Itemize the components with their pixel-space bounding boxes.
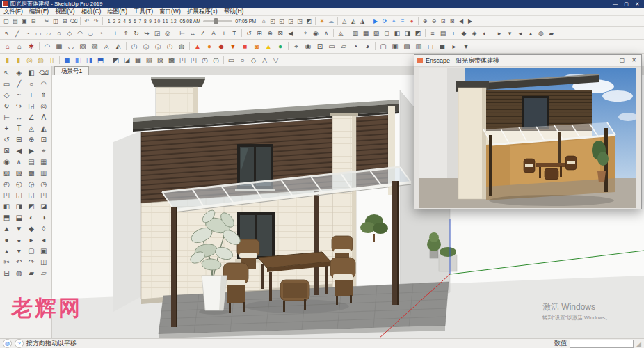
enscape-start-icon[interactable]: ▶ <box>371 17 380 26</box>
tool-icon[interactable]: ◪ <box>38 201 49 212</box>
tool-icon[interactable]: ◂ <box>38 235 49 245</box>
text-tool-icon[interactable]: A <box>209 29 218 38</box>
line-tool-icon[interactable]: ╱ <box>13 29 22 38</box>
fog-toggle-icon[interactable]: ☁ <box>327 17 335 26</box>
tool-icon[interactable]: ◰ <box>177 55 188 65</box>
menu-help[interactable]: 帮助(H) <box>224 8 244 16</box>
circle-tool-icon[interactable]: ○ <box>26 79 37 89</box>
menu-tools[interactable]: 工具(T) <box>134 8 153 16</box>
left-view-icon[interactable]: ◩ <box>305 17 313 26</box>
maximize-button[interactable]: ▢ <box>622 0 631 8</box>
tool-icon[interactable]: ▱ <box>38 268 49 278</box>
outliner-icon[interactable]: ▤ <box>438 29 448 38</box>
solid-subtract-icon[interactable]: ◵ <box>140 41 152 52</box>
tape-measure-tool-icon[interactable]: ⊢ <box>1 112 12 122</box>
tool-icon[interactable]: ◩ <box>26 201 37 212</box>
tool-icon[interactable]: ▢ <box>378 41 389 52</box>
tool-icon[interactable]: ◙ <box>251 41 262 52</box>
rotate-tool-icon[interactable]: ↻ <box>131 29 141 38</box>
tool-icon[interactable]: ◪ <box>122 55 132 65</box>
pie-tool-icon[interactable]: ◔ <box>96 29 106 38</box>
tool-icon[interactable]: ◻ <box>425 41 436 52</box>
polygon-tool-icon[interactable]: ◇ <box>65 29 74 38</box>
tool-icon[interactable]: ◇ <box>248 55 259 65</box>
tool-icon[interactable]: ✂ <box>1 257 12 267</box>
erase-icon[interactable]: ⌫ <box>70 17 78 26</box>
circle-tool-icon[interactable]: ○ <box>54 29 64 38</box>
tool-icon[interactable]: ◳ <box>38 190 49 200</box>
front-view-icon[interactable]: ◱ <box>277 17 286 26</box>
time-slider[interactable] <box>203 20 232 22</box>
scene-tab[interactable]: 场景号1 <box>54 66 89 75</box>
tool-icon[interactable]: ◰ <box>1 190 12 200</box>
enscape-minimize-button[interactable]: — <box>606 56 615 65</box>
enscape-close-button[interactable]: ✕ <box>629 56 638 65</box>
resize-grip[interactable]: ◢ <box>636 340 641 347</box>
zoom-out-icon[interactable]: ⊖ <box>430 17 438 26</box>
tool-icon[interactable]: ▧ <box>144 55 154 65</box>
material-jar-icon[interactable]: ◍ <box>35 55 46 65</box>
print-icon[interactable]: ⊟ <box>29 17 38 26</box>
shadows-toggle-icon[interactable]: ☀ <box>318 17 326 26</box>
tool-icon[interactable]: ▰ <box>26 268 37 278</box>
time-slider-handle[interactable] <box>214 18 218 24</box>
tool-icon[interactable]: ▸ <box>494 29 504 38</box>
zoom-tool-icon[interactable]: ⊕ <box>26 134 37 145</box>
rotated-rectangle-tool-icon[interactable]: ▱ <box>44 29 54 38</box>
redo-icon[interactable]: ↷ <box>92 17 100 26</box>
two-point-arc-tool-icon[interactable]: ◡ <box>86 29 95 38</box>
protractor-tool-icon[interactable]: ∠ <box>198 29 208 38</box>
tool-icon[interactable]: ▢ <box>26 246 37 256</box>
tool-icon[interactable]: ▤ <box>26 157 37 167</box>
tool-icon[interactable]: ▲ <box>1 223 12 234</box>
text-tool-icon[interactable]: A <box>38 112 49 122</box>
tool-icon[interactable]: ▦ <box>133 55 143 65</box>
tool-icon[interactable]: ▸ <box>449 41 460 52</box>
tool-icon[interactable]: ◨ <box>14 201 24 212</box>
x-ray-style-icon[interactable]: ▥ <box>351 29 360 38</box>
tool-icon[interactable]: ◂ <box>515 29 525 38</box>
back-edges-style-icon[interactable]: ▦ <box>361 29 371 38</box>
scale-tool-icon[interactable]: ◲ <box>152 29 162 38</box>
outer-shell-icon[interactable]: ◍ <box>176 41 187 52</box>
tool-icon[interactable]: ▼ <box>14 223 24 234</box>
tool-icon[interactable]: ▣ <box>38 246 49 256</box>
3d-warehouse-icon[interactable]: ⌂ <box>2 41 13 52</box>
protractor-tool-icon[interactable]: ∠ <box>26 112 37 122</box>
tool-icon[interactable]: ▴ <box>1 246 12 256</box>
axes-tool-icon[interactable]: + <box>1 123 12 134</box>
eraser-tool-icon[interactable]: ⌫ <box>38 68 49 78</box>
tool-icon[interactable]: ◼ <box>437 41 448 52</box>
solid-intersect-icon[interactable]: ◷ <box>164 41 175 52</box>
tool-icon[interactable]: ◫ <box>38 257 49 267</box>
material-jar-icon[interactable]: ▯ <box>47 55 57 65</box>
tool-icon[interactable]: ◲ <box>26 190 37 200</box>
tool-icon[interactable]: ▲ <box>263 41 274 52</box>
look-around-tool-icon[interactable]: ◉ <box>311 29 321 38</box>
minimize-button[interactable]: — <box>611 0 620 8</box>
tool-icon[interactable]: ◴ <box>1 179 12 189</box>
freehand-tool-icon[interactable]: ~ <box>14 90 24 100</box>
tool-icon[interactable]: ▾ <box>460 41 472 52</box>
tape-measure-tool-icon[interactable]: ⊢ <box>177 29 187 38</box>
open-file-icon[interactable]: ▤ <box>11 17 19 26</box>
component-box-icon[interactable]: ◼ <box>62 55 72 65</box>
zoom-extents-icon[interactable]: ⊠ <box>448 17 456 26</box>
menu-camera[interactable]: 相机(C) <box>81 8 102 16</box>
add-detail-icon[interactable]: ◬ <box>101 41 112 52</box>
pan-tool-icon[interactable]: ⊞ <box>255 29 264 38</box>
zoom-extents-tool-icon[interactable]: ⊠ <box>275 29 285 38</box>
enscape-sync-icon[interactable]: ⟳ <box>380 17 389 26</box>
arc-tool-icon[interactable]: ◠ <box>38 79 49 89</box>
sandbox-from-scratch-icon[interactable]: ▦ <box>54 41 65 52</box>
share-model-icon[interactable]: ⌂ <box>14 41 25 52</box>
menu-view[interactable]: 视图(V) <box>55 8 74 16</box>
tool-icon[interactable]: ▭ <box>326 41 337 52</box>
move-tool-icon[interactable]: + <box>26 90 37 100</box>
tool-icon[interactable]: ▼ <box>227 41 239 52</box>
back-view-icon[interactable]: ◳ <box>296 17 304 26</box>
section-fill-tool-icon[interactable]: ◭ <box>38 123 49 134</box>
component-box-icon[interactable]: ◧ <box>73 55 83 65</box>
measurement-input[interactable] <box>570 340 634 348</box>
select-tool-icon[interactable]: ↖ <box>2 29 12 38</box>
